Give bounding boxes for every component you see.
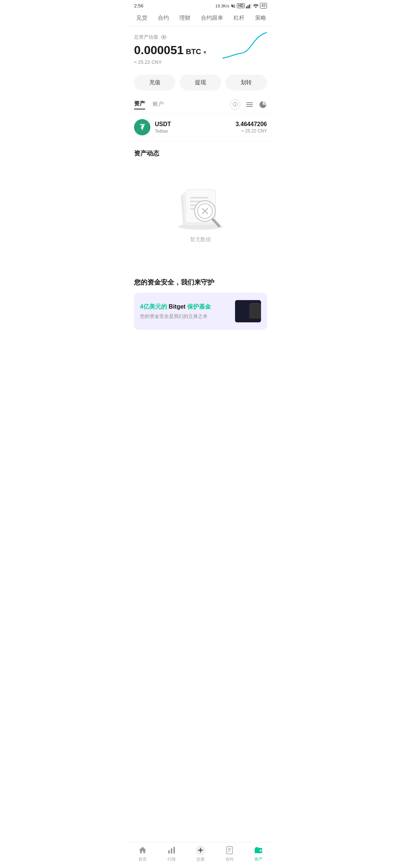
svg-rect-2: [249, 4, 250, 9]
tab-copy[interactable]: 合约跟单: [196, 10, 228, 26]
nav-tabs: 见货 合约 理财 合约跟单 杠杆 策略 资金: [128, 10, 273, 26]
btc-value: 0.000051: [134, 43, 183, 57]
activity-title: 资产动态: [134, 149, 267, 158]
header-section: 总资产估值 0.000051 BTC ▾ ≈ 25.22 CNY: [128, 26, 273, 69]
usdt-asset-row[interactable]: ₮ USDT Tether 3.46447206 ≈ 25.22 CNY: [128, 113, 273, 142]
security-card-text: 4亿美元的 Bitget 保护基金 您的资金安全是我们的立身之本: [140, 303, 211, 320]
status-icons: HD 49: [231, 3, 267, 9]
network-speed: 19.3K/s: [215, 4, 229, 8]
tab-account[interactable]: 账户: [153, 101, 164, 109]
sparkline-chart: [222, 32, 267, 62]
tab-assets[interactable]: 资产: [134, 100, 145, 109]
empty-illustration: [171, 178, 230, 230]
hd-badge: HD: [237, 3, 244, 8]
empty-text: 暂无数据: [190, 236, 211, 243]
activity-section: 资产动态: [128, 142, 273, 269]
mute-icon: [231, 3, 236, 9]
brand-name: Bitget: [169, 303, 185, 310]
btc-unit: BTC: [186, 47, 201, 56]
svg-rect-20: [251, 303, 260, 318]
security-card-image: [235, 300, 261, 322]
signal-icon: [246, 3, 252, 9]
svg-rect-3: [251, 3, 252, 8]
empty-state: 暂无数据: [134, 164, 267, 265]
deposit-button[interactable]: 充值: [134, 75, 175, 91]
security-card-title: 4亿美元的 Bitget 保护基金: [140, 303, 211, 311]
list-view-icon[interactable]: [246, 102, 253, 107]
security-card[interactable]: 4亿美元的 Bitget 保护基金 您的资金安全是我们的立身之本: [134, 293, 267, 330]
token-symbol: USDT: [155, 121, 235, 128]
balance-amount: 3.46447206: [235, 121, 267, 128]
tab-contract[interactable]: 合约: [153, 10, 174, 26]
info-icon[interactable]: ⓘ: [230, 99, 240, 110]
battery-icon: 49: [260, 3, 267, 9]
svg-rect-1: [248, 5, 249, 8]
tab-finance[interactable]: 理财: [174, 10, 196, 26]
token-fullname: Tether: [155, 128, 235, 134]
svg-rect-9: [190, 197, 209, 198]
eye-icon[interactable]: [160, 34, 167, 40]
tab-funds[interactable]: 资金: [271, 10, 273, 26]
status-right: 19.3K/s HD 49: [215, 3, 267, 9]
transfer-button[interactable]: 划转: [226, 75, 267, 91]
asset-tab-icons: ⓘ: [230, 99, 267, 110]
security-section: 您的资金安全，我们来守护 4亿美元的 Bitget 保护基金 您的资金安全是我们…: [128, 269, 273, 336]
usdt-icon: ₮: [134, 119, 150, 135]
balance-cny: ≈ 25.22 CNY: [235, 128, 267, 134]
tab-spot[interactable]: 见货: [131, 10, 153, 26]
svg-rect-0: [246, 6, 247, 8]
security-card-subtitle: 您的资金安全是我们的立身之本: [140, 313, 211, 320]
tab-strategy[interactable]: 策略: [250, 10, 271, 26]
status-bar: 2:56 19.3K/s HD 49: [128, 0, 273, 10]
token-info: USDT Tether: [155, 121, 235, 134]
status-time: 2:56: [134, 3, 143, 9]
token-balance: 3.46447206 ≈ 25.22 CNY: [235, 121, 267, 134]
svg-point-4: [163, 36, 165, 38]
wifi-icon: [253, 3, 259, 9]
svg-rect-19: [249, 304, 258, 319]
tab-leverage[interactable]: 杠杆: [228, 10, 250, 26]
withdraw-button[interactable]: 提现: [180, 75, 221, 91]
currency-dropdown[interactable]: ▾: [203, 49, 206, 55]
asset-account-tabs: 资产 账户 ⓘ: [128, 96, 273, 113]
security-title: 您的资金安全，我们来守护: [134, 278, 267, 287]
pie-chart-icon[interactable]: [259, 101, 267, 109]
action-buttons: 充值 提现 划转: [128, 69, 273, 96]
